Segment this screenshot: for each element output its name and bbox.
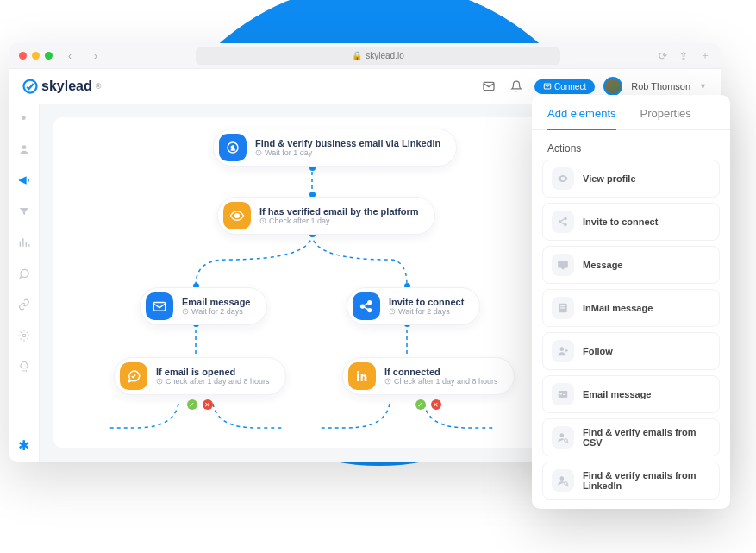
- node-title: Invite to connect: [389, 297, 464, 307]
- action-message[interactable]: Message: [542, 246, 720, 284]
- svg-rect-29: [563, 393, 566, 393]
- target-icon: 1: [219, 134, 247, 161]
- svg-point-20: [559, 220, 562, 223]
- svg-point-34: [565, 482, 568, 486]
- tab-properties[interactable]: Properties: [640, 107, 691, 129]
- lock-icon: 🔒: [352, 51, 362, 60]
- svg-text:1: 1: [231, 144, 234, 152]
- yes-icon: ✓: [187, 399, 197, 410]
- check-chat-icon: [120, 362, 147, 390]
- svg-point-21: [564, 217, 567, 221]
- action-verify-csv[interactable]: Find & verify emails from CSV: [542, 418, 720, 456]
- svg-point-31: [560, 433, 565, 437]
- sidebar-filter-icon[interactable]: [16, 204, 32, 219]
- svg-point-33: [560, 476, 565, 481]
- url-text: skylead.io: [366, 51, 403, 60]
- nav-forward-button[interactable]: ›: [87, 47, 104, 65]
- window-min-icon[interactable]: [32, 52, 40, 60]
- user-plus-icon: [552, 340, 574, 362]
- chevron-down-icon[interactable]: ▼: [699, 82, 707, 91]
- svg-point-18: [357, 371, 359, 374]
- share-icon[interactable]: ⇪: [679, 50, 688, 62]
- svg-point-22: [564, 223, 567, 227]
- svg-point-26: [560, 347, 565, 351]
- user-search-icon: [552, 469, 574, 492]
- action-invite-connect[interactable]: Invite to connect: [542, 203, 720, 241]
- svg-point-28: [560, 393, 562, 394]
- svg-rect-10: [153, 303, 166, 311]
- node-find-verify[interactable]: 1 Find & verify business email via Linke…: [213, 129, 457, 167]
- no-icon: ✕: [431, 399, 441, 410]
- eye-icon: [223, 202, 251, 229]
- node-if-connected[interactable]: If connectedCheck after 1 day and 8 hour…: [342, 357, 515, 395]
- sidebar-chat-icon[interactable]: [16, 266, 32, 281]
- sidebar: • ✱: [9, 104, 40, 462]
- svg-rect-25: [560, 307, 565, 308]
- node-if-verified[interactable]: If has verified email by the platformChe…: [217, 197, 435, 235]
- node-invite-connect[interactable]: Invite to connectWait for 2 days: [347, 287, 480, 325]
- user-search-icon: [552, 426, 574, 449]
- svg-point-32: [565, 439, 568, 443]
- node-subtitle: Check after 1 day and 8 hours: [384, 377, 498, 386]
- logo-icon: [22, 79, 38, 94]
- reload-icon[interactable]: ⟳: [659, 50, 667, 62]
- tab-add-elements[interactable]: Add elements: [547, 107, 616, 130]
- svg-point-3: [22, 145, 26, 149]
- node-title: Email message: [182, 297, 251, 307]
- avatar[interactable]: [603, 77, 622, 96]
- node-title: If connected: [384, 367, 498, 377]
- yes-icon: ✓: [415, 399, 426, 410]
- action-verify-linkedin[interactable]: Find & verify emails from LinkedIn: [542, 462, 720, 500]
- user-name: Rob Thomson: [631, 81, 690, 91]
- mail-icon[interactable]: [479, 77, 498, 96]
- svg-rect-30: [563, 394, 565, 395]
- sidebar-chart-icon[interactable]: [16, 235, 32, 250]
- node-title: If email is opened: [156, 367, 270, 377]
- no-icon: ✕: [203, 399, 213, 410]
- add-elements-panel: Add elements Properties Actions View pro…: [532, 95, 730, 509]
- brand-text: skylead: [41, 79, 92, 94]
- share-icon: [353, 292, 380, 320]
- action-inmail[interactable]: InMail message: [542, 289, 720, 327]
- nav-back-button[interactable]: ‹: [61, 47, 78, 65]
- node-subtitle: Wait for 2 days: [182, 307, 251, 316]
- window-close-icon[interactable]: [19, 52, 27, 60]
- sidebar-user-icon[interactable]: [16, 141, 32, 157]
- node-subtitle: Wait for 1 day: [255, 148, 440, 157]
- svg-point-4: [22, 334, 26, 337]
- sidebar-sparkle-icon[interactable]: ✱: [16, 437, 32, 453]
- svg-rect-24: [560, 305, 565, 306]
- envelope-icon: [543, 82, 552, 91]
- action-follow[interactable]: Follow: [542, 332, 720, 370]
- sidebar-rocket-icon[interactable]: [16, 359, 32, 374]
- svg-rect-17: [357, 374, 359, 381]
- connect-button[interactable]: Connect: [534, 79, 595, 94]
- linkedin-icon: [348, 362, 376, 390]
- envelope-icon: [146, 292, 173, 320]
- inmail-icon: [552, 297, 574, 319]
- node-if-opened[interactable]: If email is openedCheck after 1 day and …: [114, 357, 286, 395]
- url-bar[interactable]: 🔒 skylead.io: [196, 47, 560, 65]
- window-max-icon[interactable]: [45, 52, 53, 60]
- bell-icon[interactable]: [507, 77, 526, 96]
- share-icon: [552, 211, 574, 233]
- eye-icon: [552, 167, 574, 190]
- app-logo[interactable]: skylead®: [22, 79, 101, 94]
- node-subtitle: Check after 1 day: [259, 217, 419, 225]
- node-email-message[interactable]: Email messageWait for 2 days: [140, 287, 267, 325]
- new-tab-icon[interactable]: ＋: [700, 48, 710, 63]
- node-title: Find & verify business email via Linkedi…: [255, 138, 440, 148]
- browser-titlebar: ‹ › 🔒 skylead.io ⟳ ⇪ ＋: [9, 43, 721, 69]
- mail-card-icon: [552, 383, 574, 405]
- action-view-profile[interactable]: View profile: [542, 160, 720, 198]
- node-subtitle: Check after 1 day and 8 hours: [156, 377, 270, 386]
- node-title: If has verified email by the platform: [259, 206, 419, 217]
- sidebar-gear-icon[interactable]: [16, 328, 32, 343]
- connect-label: Connect: [554, 82, 586, 91]
- sidebar-dot-icon[interactable]: •: [16, 110, 32, 126]
- action-email-message[interactable]: Email message: [542, 375, 720, 413]
- chat-icon: [552, 254, 574, 276]
- node-subtitle: Wait for 2 days: [389, 307, 464, 316]
- sidebar-megaphone-icon[interactable]: [16, 173, 32, 188]
- sidebar-link-icon[interactable]: [16, 297, 32, 312]
